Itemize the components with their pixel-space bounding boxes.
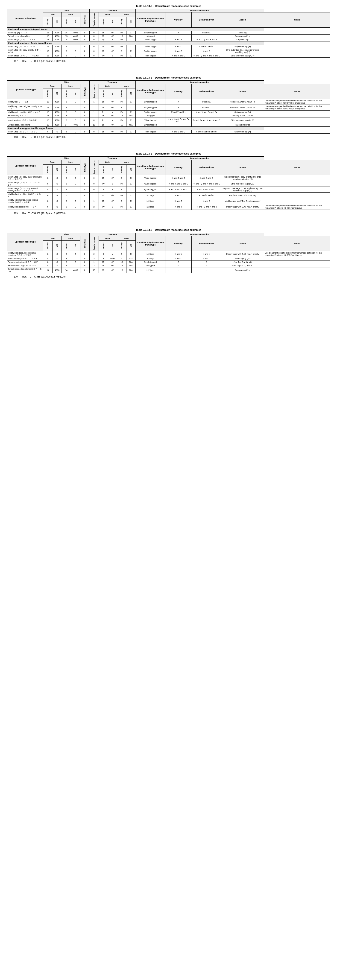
table-row: Insert 1 tag (X): S-C-F → X-S-C-F 8 S 8 …: [7, 130, 330, 134]
treat-inner-priority-header: Priority: [117, 17, 126, 27]
treat-outer-vid-val: Y: [108, 181, 117, 186]
treat-inner-header: Inner: [117, 84, 135, 88]
action-val: Strip two outer tags (Y, X), apply Px, P…: [221, 186, 264, 192]
action-val: Strip outer tag (X): [221, 45, 264, 48]
row-action-label: Insert 1 tag (X), copy priority: C-F → X…: [7, 48, 43, 54]
filter-ethertype-val: 0: [80, 34, 89, 38]
treat-outer-priority-val: Py: [99, 54, 108, 57]
filter-outer-vid-val: S: [52, 257, 62, 261]
both-p-vid-header: Both P and VID: [192, 84, 221, 99]
filter-inner-vid-val: 4096: [71, 38, 80, 41]
treatment-header: Treatment: [89, 157, 135, 160]
notes-val: [264, 261, 330, 264]
treat-outer-vid-val: Y: [108, 38, 117, 41]
filter-outer-vid-val: 4096: [52, 118, 62, 123]
vid-only-val: X and S and C: [165, 130, 191, 134]
filter-outer-priority-val: 15: [43, 118, 52, 123]
treat-inner-priority-val: 8: [117, 251, 126, 257]
consider-only-header: Consider only downstream frame type: [135, 84, 165, 99]
header-row-top: Upstream action type Filter Treatment Do…: [7, 9, 330, 13]
filter-inner-vid-val: 4096: [71, 123, 80, 127]
notes-val: [264, 34, 330, 38]
tags-to-remove-val: 2: [89, 264, 99, 267]
filter-outer-vid-header: VID: [52, 88, 62, 99]
vid-only-val: X and Y and Py: [165, 111, 191, 114]
table-row: Insert 2 tags (X,Y): S-C-F → Y-X-S-C-F 8…: [7, 181, 330, 186]
filter-inner-priority-val: 8: [62, 257, 71, 261]
ethertype-header: EtherType: [80, 236, 89, 251]
table-row: Insert 2 tags (X,Y): C-F → Y-X-C-F 15 40…: [7, 54, 330, 57]
table-row: Modified external tag: S-C-F → X-C-F 8 S…: [7, 192, 330, 198]
consider-only-val: Single tagged: [135, 261, 165, 264]
consider-only-val: Triple tagged: [135, 118, 165, 123]
filter-inner-priority-val: 14: [62, 267, 71, 273]
filter-inner-vid-val: 4096: [71, 31, 80, 34]
treat-inner-vid-val: X: [126, 111, 135, 114]
filter-outer-priority-val: 8: [43, 181, 52, 186]
treat-inner-vid-val: X: [126, 251, 135, 257]
filter-outer-header: Outer: [43, 13, 62, 17]
treat-outer-priority-val: 9: [99, 251, 108, 257]
downstream-header: Downstream action: [135, 232, 264, 236]
upstream-action-type-header: Upstream action type: [7, 157, 43, 175]
action-val: Strip two tags: [221, 38, 264, 41]
treat-outer-priority-val: 15: [99, 48, 108, 54]
treat-outer-header: Outer: [99, 236, 117, 241]
treat-outer-priority-val: 15: [99, 31, 108, 34]
tags-to-remove-header: Tags to remove: [89, 160, 99, 175]
treat-outer-vid-val: Y: [108, 54, 117, 57]
treat-inner-priority-val: 9: [117, 198, 126, 204]
filter-outer-vid-val: S: [52, 181, 62, 186]
page-footer: 170 Rec. ITU-T G.988 (2017)/Amd.3 (03/20…: [7, 273, 330, 280]
filter-outer-priority-val: 8: [43, 175, 52, 181]
section-subheader-row: Upstream frame type= Untagged frames: [7, 27, 330, 31]
upstream-action-type-header: Upstream action type: [7, 232, 43, 251]
vid-only-val: X and Y and C: [165, 54, 191, 57]
filter-inner-vid-val: C: [71, 48, 80, 54]
page-section-section3: Table 9.3.13-2 – Downstream mode use cas…: [0, 148, 337, 224]
treat-outer-header: Outer: [99, 13, 117, 17]
filter-outer-vid-header: VID: [52, 241, 62, 251]
vid-only-val: X and Y: [165, 204, 191, 210]
main-table: Upstream action type Filter Treatment Do…: [7, 232, 330, 274]
notes-header: Notes: [264, 160, 330, 175]
filter-outer-vid-val: 4096: [52, 38, 62, 41]
filter-inner-vid-val: C: [71, 204, 80, 210]
filter-outer-priority-header: Priority: [43, 17, 52, 27]
treat-outer-priority-header: Priority: [99, 241, 108, 251]
treat-outer-vid-val: N/A: [108, 99, 117, 105]
vid-only-val: X and Y and S and C: [165, 181, 191, 186]
filter-outer-vid-val: S: [52, 204, 62, 210]
filter-outer-vid-val: 4096: [52, 45, 62, 48]
both-p-vid-val: X and C: [192, 198, 221, 204]
filter-inner-priority-val: 8: [62, 54, 71, 57]
treat-inner-vid-val: X: [126, 54, 135, 57]
table-row: Remove outer tag: S-C-F → C-F 8 S 8 C 0 …: [7, 261, 330, 264]
tags-to-remove-val: 0: [89, 48, 99, 54]
tags-to-remove-val: 0: [89, 45, 99, 48]
treat-inner-vid-val: N/A: [126, 114, 135, 118]
treat-outer-priority-header: Priority: [99, 88, 108, 99]
tags-to-remove-header: Tags to remove: [89, 236, 99, 251]
row-action-label: Insert two tags: C-F → Y-X-C-F: [7, 118, 43, 123]
filter-outer-vid-val: 4096: [52, 267, 62, 273]
notes-val: [264, 54, 330, 57]
filter-inner-priority-val: 8: [62, 181, 71, 186]
both-p-vid-val: –: [192, 264, 221, 267]
page-section-section1: Table 9.3.13-2 – Downstream mode use cas…: [0, 0, 337, 72]
action-val: Replace X with C, retain Px: [221, 99, 264, 105]
filter-inner-priority-val: 8: [62, 130, 71, 134]
table-body: Modify tag: C-F → X-F 15 4096 8 C 0 1 15…: [7, 99, 330, 134]
treat-outer-vid-val: N/A: [108, 267, 117, 273]
filter-outer-priority-val: 15: [43, 38, 52, 41]
consider-only-val: ≥ 2 tags: [135, 198, 165, 204]
filter-inner-vid-val: 4096: [71, 267, 80, 273]
treat-outer-vid-val: Y: [108, 111, 117, 114]
vid-only-header: VID only: [165, 13, 191, 28]
notes-val: [264, 130, 330, 134]
table-row: Remove tag: C-F → F 15 4096 8 C 0 1 15 N…: [7, 114, 330, 118]
treat-inner-priority-val: Px: [117, 204, 126, 210]
treat-inner-vid-val: X: [126, 105, 135, 111]
filter-inner-vid-header: VID: [71, 241, 80, 251]
consider-only-val: untagged: [135, 264, 165, 267]
